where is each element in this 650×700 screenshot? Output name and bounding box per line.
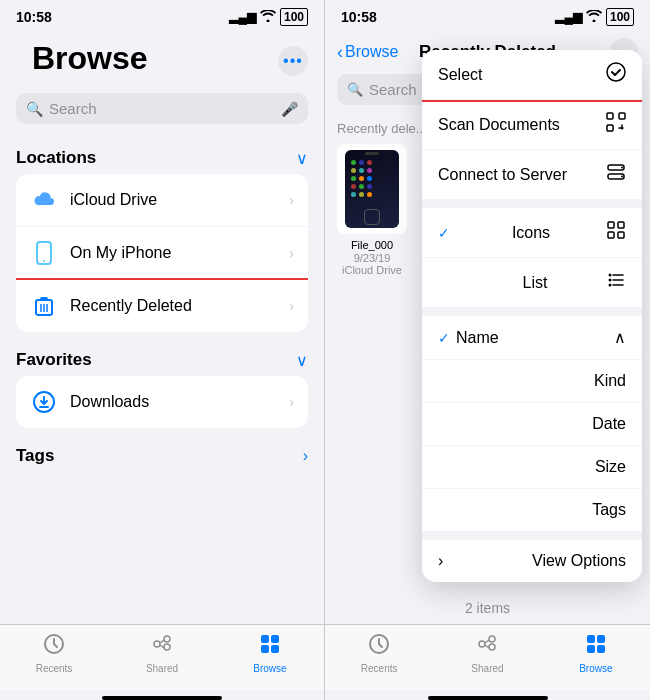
shared-tab-icon — [151, 633, 173, 661]
right-search-icon: 🔍 — [347, 82, 363, 97]
right-tab-browse[interactable]: Browse — [542, 633, 650, 674]
battery-icon: 100 — [280, 8, 308, 26]
back-button[interactable]: ‹ Browse — [337, 42, 398, 63]
locations-title: Locations — [16, 148, 96, 168]
favorites-section-header: Favorites ∨ — [0, 338, 324, 376]
left-tab-shared[interactable]: Shared — [108, 633, 216, 674]
dropdown-list-item[interactable]: List — [422, 258, 642, 308]
right-battery-icon: 100 — [606, 8, 634, 26]
right-browse-tab-label: Browse — [579, 663, 612, 674]
svg-rect-33 — [587, 635, 595, 643]
file-location: iCloud Drive — [342, 264, 402, 276]
icloud-chevron-icon: › — [289, 192, 294, 208]
svg-rect-10 — [261, 635, 269, 643]
icloud-drive-item[interactable]: iCloud Drive › — [16, 174, 308, 227]
downloads-icon — [30, 388, 58, 416]
dropdown-select-label: Select — [438, 66, 482, 84]
dropdown-list-label: List — [523, 274, 548, 292]
back-chevron-icon: ‹ — [337, 42, 343, 63]
search-placeholder: Search — [49, 100, 97, 117]
file-item[interactable]: File_000 9/23/19 iCloud Drive — [337, 144, 407, 276]
svg-point-31 — [609, 284, 612, 287]
favorites-chevron[interactable]: ∨ — [296, 351, 308, 370]
svg-rect-36 — [597, 645, 605, 653]
tags-section-header: Tags › — [0, 434, 324, 472]
left-tab-recents[interactable]: Recents — [0, 633, 108, 674]
dropdown-separator-3 — [422, 532, 642, 540]
left-tab-browse[interactable]: Browse — [216, 633, 324, 674]
search-icon: 🔍 — [26, 101, 43, 117]
icloud-drive-label: iCloud Drive — [70, 191, 289, 209]
svg-rect-12 — [261, 645, 269, 653]
dropdown-size-item[interactable]: Size — [422, 446, 642, 489]
items-count: 2 items — [325, 592, 650, 624]
dropdown-icons-item[interactable]: ✓ Icons — [422, 208, 642, 258]
file-date: 9/23/19 — [354, 252, 391, 264]
left-panel: 10:58 ▂▄▆ 100 Browse ••• 🔍 Search 🎤 — [0, 0, 325, 700]
svg-rect-34 — [597, 635, 605, 643]
more-options-button[interactable]: ••• — [278, 46, 308, 76]
dropdown-tags-label: Tags — [592, 501, 626, 519]
svg-rect-16 — [619, 113, 625, 119]
list-icon — [606, 270, 626, 295]
svg-rect-22 — [608, 222, 614, 228]
dropdown-name-item[interactable]: ✓ Name ∧ — [422, 316, 642, 360]
view-options-chevron-icon: › — [438, 552, 443, 570]
sort-direction-icon: ∧ — [614, 328, 626, 347]
dropdown-separator-2 — [422, 308, 642, 316]
browse-tab-icon — [259, 633, 281, 661]
right-status-icons: ▂▄▆ 100 — [555, 8, 634, 26]
dropdown-kind-label: Kind — [594, 372, 626, 390]
dropdown-separator-1 — [422, 200, 642, 208]
tags-chevron[interactable]: › — [303, 447, 308, 465]
dropdown-date-label: Date — [592, 415, 626, 433]
dropdown-view-options-item[interactable]: › View Options — [422, 540, 642, 582]
downloads-item[interactable]: Downloads › — [16, 376, 308, 428]
right-browse-tab-icon — [585, 633, 607, 661]
svg-point-21 — [621, 176, 623, 178]
left-tab-bar: Recents Shared Browse — [0, 624, 324, 690]
svg-rect-17 — [607, 125, 613, 131]
right-status-bar: 10:58 ▂▄▆ 100 — [325, 0, 650, 30]
left-status-icons: ▂▄▆ 100 — [229, 8, 308, 26]
dropdown-tags-item[interactable]: Tags — [422, 489, 642, 532]
svg-rect-2 — [41, 241, 47, 243]
left-status-bar: 10:58 ▂▄▆ 100 — [0, 0, 324, 30]
recents-tab-label: Recents — [36, 663, 73, 674]
dropdown-menu: Select Scan Documents Connec — [422, 50, 642, 582]
svg-point-20 — [621, 167, 623, 169]
svg-rect-15 — [607, 113, 613, 119]
server-icon — [606, 162, 626, 187]
locations-chevron[interactable]: ∨ — [296, 149, 308, 168]
dropdown-select-item[interactable]: Select — [422, 50, 642, 100]
svg-rect-13 — [271, 645, 279, 653]
right-recents-tab-label: Recents — [361, 663, 398, 674]
mic-icon[interactable]: 🎤 — [281, 101, 298, 117]
scan-icon — [606, 112, 626, 137]
recents-tab-icon — [43, 633, 65, 661]
back-label: Browse — [345, 43, 398, 61]
dropdown-connect-item[interactable]: Connect to Server — [422, 150, 642, 200]
select-checkmark-icon — [606, 62, 626, 87]
file-name: File_000 — [351, 238, 393, 252]
dropdown-date-item[interactable]: Date — [422, 403, 642, 446]
recently-deleted-item[interactable]: Recently Deleted › — [16, 280, 308, 332]
on-my-iphone-item[interactable]: On My iPhone › — [16, 227, 308, 280]
left-home-indicator — [102, 696, 222, 700]
locations-list: iCloud Drive › On My iPhone › — [16, 174, 308, 332]
browse-tab-label: Browse — [253, 663, 286, 674]
left-search-bar[interactable]: 🔍 Search 🎤 — [16, 93, 308, 124]
dropdown-connect-label: Connect to Server — [438, 166, 567, 184]
shared-tab-label: Shared — [146, 663, 178, 674]
ellipsis-icon: ••• — [283, 52, 303, 70]
tags-title: Tags — [16, 446, 54, 466]
dropdown-kind-item[interactable]: Kind — [422, 360, 642, 403]
left-time: 10:58 — [16, 9, 52, 25]
right-tab-recents[interactable]: Recents — [325, 633, 433, 674]
dropdown-scan-item[interactable]: Scan Documents — [422, 100, 642, 150]
svg-rect-35 — [587, 645, 595, 653]
locations-section-header: Locations ∨ — [0, 136, 324, 174]
wifi-icon — [260, 10, 276, 25]
right-shared-tab-icon — [476, 633, 498, 661]
right-tab-shared[interactable]: Shared — [433, 633, 541, 674]
